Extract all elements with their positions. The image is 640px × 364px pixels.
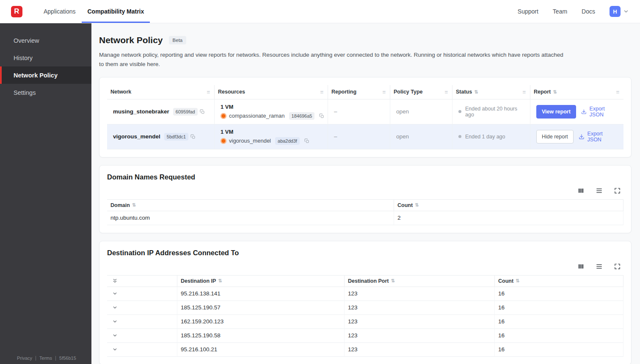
nav-applications[interactable]: Applications — [38, 0, 82, 23]
vm-icon — [221, 113, 226, 119]
resource-id-badge: aba2dd3f — [275, 137, 300, 145]
nav-team[interactable]: Team — [553, 8, 567, 15]
nav-docs[interactable]: Docs — [582, 8, 595, 15]
policy-type-cell: open — [390, 124, 452, 149]
sidebar-item-network-policy[interactable]: Network Policy — [0, 66, 91, 84]
app-logo[interactable]: R — [11, 6, 22, 17]
copy-icon[interactable] — [200, 109, 205, 114]
divider — [55, 356, 56, 361]
resource-id-badge: 184696a5 — [289, 112, 315, 120]
version-label: 5f56b15 — [59, 356, 76, 361]
col-header-report: Report ⇅ = — [530, 85, 623, 99]
fullscreen-icon[interactable] — [614, 263, 621, 270]
destination-ip-cell: 95.216.100.21 — [177, 343, 345, 357]
ip-table-row: 185.125.190.58 123 16 — [107, 329, 623, 343]
ip-table-row: 95.216.138.141 123 16 — [107, 287, 623, 301]
status-text: Ended 1 day ago — [465, 134, 505, 140]
divider — [36, 356, 36, 361]
expand-all-header — [107, 276, 177, 287]
col-label: Count — [498, 278, 513, 284]
chevron-down-icon[interactable] — [112, 305, 118, 310]
beta-badge: Beta — [169, 36, 187, 44]
copy-icon[interactable] — [319, 113, 324, 119]
column-resize-handle[interactable]: = — [444, 89, 448, 95]
privacy-link[interactable]: Privacy — [17, 356, 32, 361]
chevron-down-icon[interactable] — [112, 333, 118, 338]
ip-table-row: 95.216.100.21 123 16 — [107, 343, 623, 357]
double-chevron-down-icon[interactable] — [112, 278, 118, 284]
columns-icon[interactable] — [577, 187, 585, 194]
network-cell: vigorous_mendel 5bdf3dc1 — [107, 124, 215, 149]
chevron-down-icon[interactable] — [112, 319, 118, 324]
column-resize-handle[interactable]: = — [207, 89, 210, 95]
export-json-label: Export JSON — [588, 131, 618, 143]
export-json-button[interactable]: Export JSON — [579, 131, 618, 143]
col-header-domain: Domain ⇅ — [107, 200, 394, 211]
hide-report-button[interactable]: Hide report — [536, 130, 574, 143]
col-label: Domain — [110, 202, 130, 208]
sort-icon[interactable]: ⇅ — [132, 202, 136, 208]
networks-table-header: Network = Resources = Reporting = Policy… — [107, 85, 623, 99]
destination-ip-cell: 185.125.190.57 — [177, 301, 345, 315]
col-header-destination-port: Destination Port ⇅ — [345, 276, 495, 287]
col-label: Status — [456, 89, 472, 95]
sidebar-item-settings[interactable]: Settings — [0, 84, 91, 101]
network-table-row: vigorous_mendel 5bdf3dc1 1 VM vigorous_m… — [107, 124, 623, 149]
col-header-destination-ip: Destination IP ⇅ — [177, 276, 345, 287]
page-description: Manage network policy, reporting and vie… — [99, 50, 567, 69]
sidebar-item-overview[interactable]: Overview — [0, 32, 91, 49]
col-header-reporting: Reporting = — [328, 85, 390, 99]
user-menu[interactable]: H — [610, 6, 629, 17]
chevron-down-icon[interactable] — [112, 291, 118, 296]
sidebar-item-history[interactable]: History — [0, 49, 91, 66]
status-dot-icon — [458, 110, 461, 113]
row-density-icon[interactable] — [596, 187, 603, 194]
sort-icon[interactable]: ⇅ — [415, 202, 419, 208]
export-json-button[interactable]: Export JSON — [581, 106, 618, 118]
view-report-button[interactable]: View report — [536, 105, 576, 119]
network-cell: musing_stonebraker 60959fad — [107, 99, 215, 124]
copy-icon[interactable] — [190, 134, 196, 139]
column-resize-handle[interactable]: = — [382, 89, 386, 95]
fullscreen-icon[interactable] — [614, 187, 621, 194]
ip-table-row: 185.125.190.57 123 16 — [107, 301, 623, 315]
col-header-status: Status ⇅ = — [452, 85, 530, 99]
network-id-badge: 5bdf3dc1 — [164, 133, 188, 141]
avatar[interactable]: H — [610, 6, 621, 17]
status-cell: Ended about 20 hours ago — [452, 99, 530, 124]
col-label: Count — [397, 202, 413, 208]
column-resize-handle[interactable]: = — [616, 89, 619, 95]
resource-name: compassionate_raman — [229, 113, 285, 119]
col-label: Destination Port — [348, 278, 389, 284]
columns-icon[interactable] — [577, 263, 585, 270]
col-header-count: Count ⇅ — [495, 276, 623, 287]
count-cell: 16 — [495, 343, 623, 357]
copy-icon[interactable] — [304, 138, 309, 143]
vm-count: 1 VM — [221, 104, 233, 110]
terms-link[interactable]: Terms — [39, 356, 52, 361]
domain-cell: ntp.ubuntu.com — [107, 211, 394, 225]
vm-icon — [221, 138, 226, 144]
nav-compatibility-matrix[interactable]: Compatibility Matrix — [82, 0, 150, 23]
sort-icon[interactable]: ⇅ — [474, 89, 478, 95]
column-resize-handle[interactable]: = — [522, 89, 526, 95]
sort-icon[interactable]: ⇅ — [218, 278, 222, 284]
sort-icon[interactable]: ⇅ — [516, 278, 519, 284]
destination-ip-cell: 185.125.190.58 — [177, 329, 345, 343]
chevron-down-icon[interactable] — [112, 347, 118, 352]
sidebar: Overview History Network Policy Settings… — [0, 23, 91, 364]
page-title: Network Policy — [99, 35, 163, 45]
count-cell: 16 — [495, 329, 623, 343]
count-cell: 16 — [495, 301, 623, 315]
row-density-icon[interactable] — [596, 263, 603, 270]
status-cell: Ended 1 day ago — [452, 124, 530, 149]
destination-port-cell: 123 — [345, 301, 495, 315]
sort-icon[interactable]: ⇅ — [553, 89, 557, 95]
ip-table: Destination IP ⇅ Destination Port ⇅ Coun… — [107, 275, 623, 357]
ip-card-title: Destination IP Addresses Connected To — [107, 249, 623, 257]
column-resize-handle[interactable]: = — [320, 89, 323, 95]
nav-support[interactable]: Support — [518, 8, 538, 15]
destination-ips-card: Destination IP Addresses Connected To De… — [99, 241, 632, 364]
row-expander — [107, 329, 177, 343]
sort-icon[interactable]: ⇅ — [391, 278, 395, 284]
